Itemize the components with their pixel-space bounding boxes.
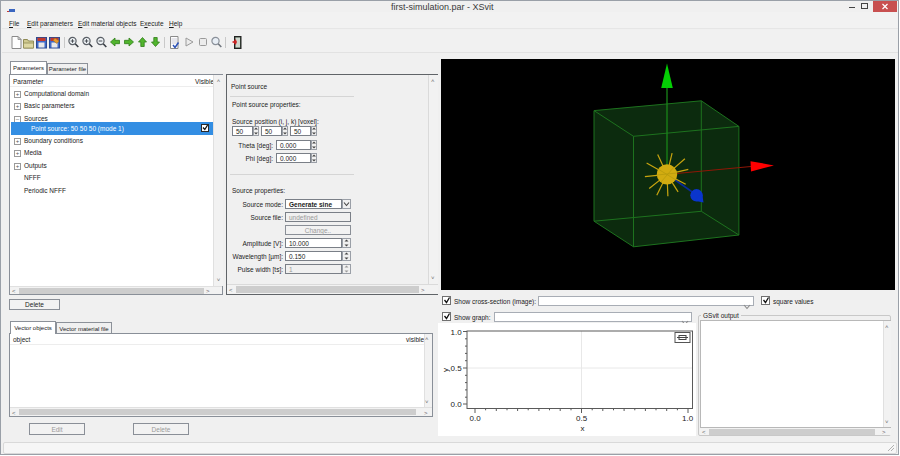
svg-text:y: y	[441, 368, 450, 372]
svg-text:x: x	[581, 424, 585, 433]
svg-text:0.5: 0.5	[451, 364, 463, 373]
svg-text:0.0: 0.0	[451, 400, 463, 409]
svg-text:0.0: 0.0	[470, 414, 482, 423]
svg-text:1.0: 1.0	[451, 328, 463, 337]
svg-text:0.5: 0.5	[576, 414, 588, 423]
svg-text:1.0: 1.0	[682, 414, 694, 423]
